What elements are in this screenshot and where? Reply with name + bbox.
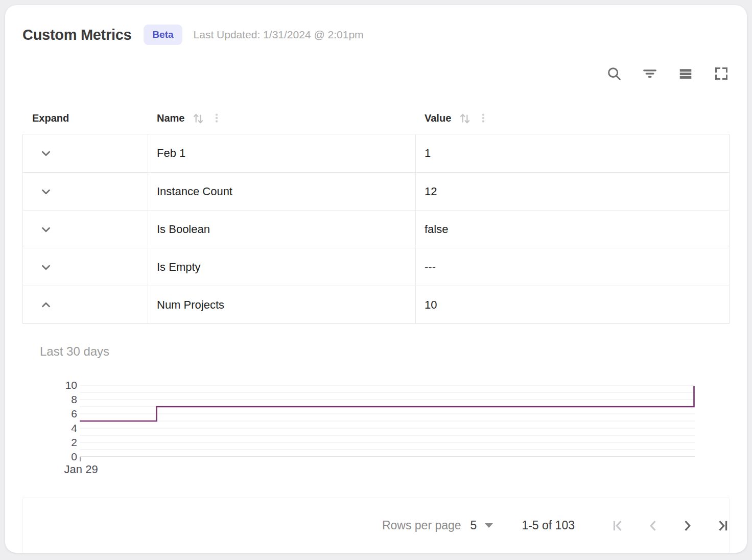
table-row: Is Boolean false xyxy=(23,210,729,248)
grid-toolbar xyxy=(22,65,730,82)
column-header-name: Name xyxy=(147,111,415,125)
sort-button[interactable] xyxy=(458,111,472,125)
table-row: Num Projects 10 xyxy=(23,286,729,323)
sort-arrows-icon xyxy=(192,111,205,125)
row-detail-panel: Last 30 days 10 8 6 4 2 0 Jan 29 xyxy=(22,324,730,463)
kebab-menu-icon xyxy=(478,111,489,125)
expand-row-button[interactable] xyxy=(39,147,53,160)
table-footer: Rows per page 5 1-5 of 103 xyxy=(22,498,730,553)
y-axis-labels: 10 8 6 4 2 0 xyxy=(51,379,80,463)
row-value: 1 xyxy=(415,134,729,172)
chart-title: Last 30 days xyxy=(40,344,730,359)
expand-row-button[interactable] xyxy=(39,223,53,236)
previous-page-button[interactable] xyxy=(646,519,660,532)
next-page-button[interactable] xyxy=(681,519,694,532)
search-icon xyxy=(606,66,622,81)
chevron-right-icon xyxy=(681,519,694,532)
column-menu-button[interactable] xyxy=(478,111,489,125)
chevron-left-icon xyxy=(646,519,660,532)
column-label: Expand xyxy=(32,112,69,124)
expand-cell xyxy=(23,286,148,323)
last-updated-text: Last Updated: 1/31/2024 @ 2:01pm xyxy=(194,29,364,41)
row-value: --- xyxy=(415,248,729,286)
beta-badge: Beta xyxy=(144,25,182,45)
row-name: Is Boolean xyxy=(148,211,415,248)
table-row: Instance Count 12 xyxy=(23,172,729,210)
expand-row-button[interactable] xyxy=(39,185,53,198)
density-button[interactable] xyxy=(677,65,694,82)
kebab-menu-icon xyxy=(211,111,222,125)
y-tick-label: 4 xyxy=(51,422,77,435)
table-header: Expand Name Value xyxy=(22,102,730,134)
chevron-down-icon xyxy=(39,223,53,236)
table-row: Feb 1 1 xyxy=(23,134,729,172)
expand-cell xyxy=(23,134,148,172)
expand-cell xyxy=(23,248,148,286)
plot-area: Jan 29 xyxy=(80,385,695,457)
rows-per-page-label: Rows per page xyxy=(382,519,461,532)
last-page-icon xyxy=(716,519,729,532)
x-tick-label: Jan 29 xyxy=(64,463,98,476)
chevron-down-icon xyxy=(39,147,53,160)
y-tick-label: 0 xyxy=(51,450,77,463)
page-header: Custom Metrics Beta Last Updated: 1/31/2… xyxy=(22,25,730,45)
chevron-down-icon xyxy=(39,185,53,198)
first-page-icon xyxy=(612,519,625,532)
row-name: Instance Count xyxy=(148,173,415,210)
table-row: Is Empty --- xyxy=(23,248,729,286)
column-header-expand: Expand xyxy=(22,112,147,124)
row-value: 10 xyxy=(415,286,729,323)
dropdown-caret-icon xyxy=(485,523,493,528)
chevron-down-icon xyxy=(39,261,53,274)
y-tick-label: 2 xyxy=(51,436,77,449)
expand-cell xyxy=(23,173,148,210)
x-axis-tick xyxy=(80,457,81,461)
column-menu-button[interactable] xyxy=(211,111,222,125)
row-name: Feb 1 xyxy=(148,134,415,172)
search-button[interactable] xyxy=(606,65,622,82)
sort-arrows-icon xyxy=(458,111,472,125)
custom-metrics-card: Custom Metrics Beta Last Updated: 1/31/2… xyxy=(5,5,747,553)
pagination-range-label: 1-5 of 103 xyxy=(522,519,575,532)
filter-button[interactable] xyxy=(642,65,658,82)
y-tick-label: 10 xyxy=(51,379,77,392)
density-icon xyxy=(678,66,693,81)
column-label[interactable]: Name xyxy=(157,112,184,124)
row-value: false xyxy=(415,211,729,248)
sort-button[interactable] xyxy=(192,111,205,125)
row-name: Num Projects xyxy=(148,286,415,323)
first-page-button[interactable] xyxy=(612,519,625,532)
last-page-button[interactable] xyxy=(716,519,729,532)
y-tick-label: 6 xyxy=(51,407,77,421)
pagination-controls xyxy=(590,519,729,532)
metric-chart: 10 8 6 4 2 0 Jan 29 xyxy=(51,385,695,463)
rows-per-page-value: 5 xyxy=(471,519,477,532)
fullscreen-button[interactable] xyxy=(713,65,730,82)
expand-row-button[interactable] xyxy=(39,261,53,274)
step-line-chart xyxy=(80,385,695,457)
chevron-up-icon xyxy=(39,298,53,312)
y-tick-label: 8 xyxy=(51,393,77,406)
table-body: Feb 1 1 Instance Count 12 xyxy=(22,134,730,324)
filter-icon xyxy=(642,66,658,81)
column-label[interactable]: Value xyxy=(425,112,451,124)
page-title: Custom Metrics xyxy=(22,27,131,43)
column-header-value: Value xyxy=(415,111,730,125)
row-name: Is Empty xyxy=(148,248,415,286)
rows-per-page-select[interactable]: 5 xyxy=(471,519,494,532)
fullscreen-icon xyxy=(714,66,729,81)
row-value: 12 xyxy=(415,173,729,210)
expand-cell xyxy=(23,211,148,248)
expand-row-button[interactable] xyxy=(39,298,53,312)
